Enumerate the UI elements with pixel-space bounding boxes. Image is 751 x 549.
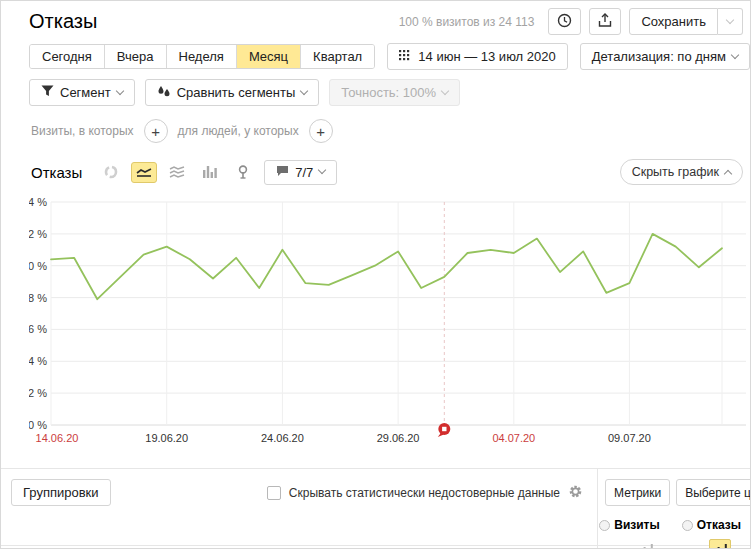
save-button[interactable]: Сохранить <box>629 8 718 35</box>
compare-segments-label: Сравнить сегменты <box>177 85 296 100</box>
compare-segments-button[interactable]: Сравнить сегменты <box>145 79 320 106</box>
visits-radio[interactable] <box>599 520 610 531</box>
groupings-button[interactable]: Группировки <box>11 479 111 506</box>
date-range-label: 14 июн — 13 июл 2020 <box>418 49 555 64</box>
chart-type-switcher <box>98 162 256 183</box>
gear-icon[interactable] <box>568 484 583 502</box>
choose-goal-label: Выберите цель <box>685 486 751 500</box>
svg-text:6 %: 6 % <box>29 323 47 335</box>
chart-section-title: Отказы <box>31 164 82 181</box>
date-range-button[interactable]: 14 июн — 13 июл 2020 <box>387 43 567 70</box>
add-visit-condition-button[interactable]: + <box>144 119 168 143</box>
visits-filter-label: Визиты, в которых <box>31 124 134 138</box>
detail-dropdown[interactable]: Детализация: по дням <box>580 43 750 70</box>
export-button[interactable] <box>589 8 621 35</box>
compare-drops-icon <box>157 85 171 101</box>
history-button[interactable] <box>548 8 581 35</box>
save-split-button: Сохранить <box>629 8 743 35</box>
period-tab-group: Сегодня Вчера Неделя Месяц Квартал Год <box>29 44 375 69</box>
page-title: Отказы <box>29 10 97 33</box>
segment-row: Сегмент Сравнить сегменты Точность: 100% <box>1 70 750 106</box>
export-icon <box>598 13 612 31</box>
segment-button[interactable]: Сегмент <box>29 79 135 106</box>
visits-column-label: Визиты <box>614 518 660 532</box>
choose-goal-dropdown[interactable]: Выберите цель <box>676 479 751 506</box>
chevron-down-icon <box>731 50 739 58</box>
detail-label: Детализация: по дням <box>592 49 726 64</box>
svg-text:04.07.20: 04.07.20 <box>492 432 535 444</box>
svg-text:09.07.20: 09.07.20 <box>608 432 651 444</box>
svg-text:29.06.20: 29.06.20 <box>377 432 420 444</box>
hide-unreliable-label: Скрывать статистически недостоверные дан… <box>289 486 560 500</box>
sample-info: 100 % визитов из 24 113 <box>399 15 535 29</box>
people-filter-label: для людей, у которых <box>178 124 299 138</box>
chevron-down-icon <box>318 166 326 174</box>
metrics-panel: Метрики Выберите цель Визиты Отказы <box>597 469 750 545</box>
chevron-down-icon <box>441 86 449 94</box>
chart-toolbar: Отказы 7/7 Скрыть <box>1 143 750 185</box>
add-people-condition-button[interactable]: + <box>309 119 333 143</box>
table-toolbar: Группировки Скрывать статистически недос… <box>1 469 750 545</box>
chevron-down-icon <box>115 86 123 94</box>
save-menu-button[interactable] <box>718 8 743 35</box>
line-chart-icon[interactable] <box>131 162 157 183</box>
bounces-radio[interactable] <box>682 520 693 531</box>
tab-month[interactable]: Месяц <box>237 45 301 68</box>
comment-bubble-icon <box>276 165 289 180</box>
page-header: Отказы 100 % визитов из 24 113 Сохранить <box>1 1 750 35</box>
donut-chart-icon[interactable] <box>98 162 124 183</box>
hide-unreliable-checkbox[interactable] <box>267 486 281 500</box>
period-row: Сегодня Вчера Неделя Месяц Квартал Год 1… <box>1 35 750 70</box>
accuracy-label: Точность: 100% <box>341 85 436 100</box>
hide-unreliable-group: Скрывать статистически недостоверные дан… <box>267 479 583 502</box>
area-chart-icon[interactable] <box>164 162 190 183</box>
tab-today[interactable]: Сегодня <box>30 45 105 68</box>
header-actions: 100 % визитов из 24 113 Сохранить <box>399 8 743 35</box>
metrics-buttons: Метрики Выберите цель <box>605 479 743 506</box>
column-chart-icon[interactable] <box>197 162 223 183</box>
column-visits[interactable]: Визиты <box>599 518 660 532</box>
svg-text:24.06.20: 24.06.20 <box>261 432 304 444</box>
totals-row: Итого и средние 24 113 10,1 % <box>1 545 750 549</box>
filter-row: Визиты, в которых + для людей, у которых… <box>1 106 750 143</box>
map-pin-icon[interactable] <box>230 162 256 183</box>
comments-dropdown[interactable]: 7/7 <box>264 160 337 185</box>
line-chart-svg: 0 %2 %4 %6 %8 %10 %12 %14 %14.06.2019.06… <box>29 196 751 448</box>
svg-text:4 %: 4 % <box>29 355 47 367</box>
svg-text:12 %: 12 % <box>29 228 47 240</box>
chevron-up-icon <box>724 169 732 177</box>
metrics-button[interactable]: Метрики <box>605 479 670 506</box>
svg-text:14.06.20: 14.06.20 <box>36 432 79 444</box>
metrica-report-page: Отказы 100 % визитов из 24 113 Сохранить… <box>0 0 751 549</box>
svg-text:8 %: 8 % <box>29 292 47 304</box>
tab-quarter[interactable]: Квартал <box>301 45 375 68</box>
svg-text:10 %: 10 % <box>29 260 47 272</box>
column-bounces[interactable]: Отказы <box>682 518 741 532</box>
accuracy-dropdown[interactable]: Точность: 100% <box>329 79 460 106</box>
hide-chart-button[interactable]: Скрыть график <box>620 159 743 185</box>
funnel-icon <box>41 85 54 100</box>
svg-text:19.06.20: 19.06.20 <box>145 432 188 444</box>
hide-chart-label: Скрыть график <box>632 165 719 179</box>
chevron-down-icon <box>300 86 308 94</box>
svg-text:14 %: 14 % <box>29 196 47 208</box>
table-toolbar-left: Группировки Скрывать статистически недос… <box>1 469 597 545</box>
svg-text:0 %: 0 % <box>29 419 47 431</box>
table-panel: Группировки Скрывать статистически недос… <box>1 468 750 549</box>
bounces-column-label: Отказы <box>697 518 741 532</box>
segment-label: Сегмент <box>60 85 111 100</box>
tab-week[interactable]: Неделя <box>167 45 237 68</box>
comments-count: 7/7 <box>295 165 313 180</box>
tab-yesterday[interactable]: Вчера <box>105 45 167 68</box>
chevron-down-icon <box>726 15 734 23</box>
metric-column-headers: Визиты Отказы <box>605 518 743 532</box>
clock-icon <box>557 13 572 31</box>
bounce-rate-chart[interactable]: 0 %2 %4 %6 %8 %10 %12 %14 %14.06.2019.06… <box>1 185 750 451</box>
calendar-icon <box>399 49 412 64</box>
svg-text:2 %: 2 % <box>29 387 47 399</box>
